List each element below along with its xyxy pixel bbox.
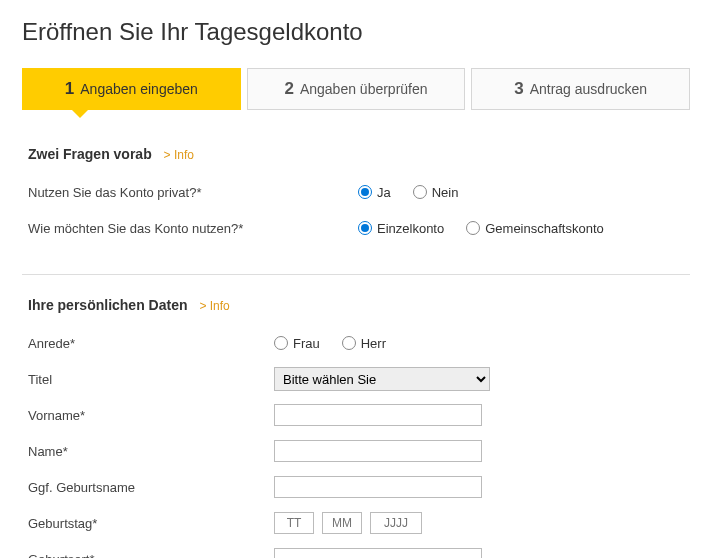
radio-private-ja-label: Ja [377,185,391,200]
vorname-input[interactable] [274,404,482,426]
geburtstag-tag-input[interactable] [274,512,314,534]
geburtstag-monat-input[interactable] [322,512,362,534]
radio-icon [413,185,427,199]
q-usage-label: Wie möchten Sie das Konto nutzen?* [28,221,358,236]
page-title: Eröffnen Sie Ihr Tagesgeldkonto [22,18,690,46]
radio-icon [342,336,356,350]
step-1-label: Angaben eingeben [80,81,198,97]
radio-icon [358,221,372,235]
radio-herr-label: Herr [361,336,386,351]
radio-private-ja[interactable]: Ja [358,185,391,200]
section-personal-title-text: Ihre persönlichen Daten [28,297,187,313]
step-3[interactable]: 3Antrag ausdrucken [471,68,690,110]
titel-label: Titel [28,372,274,387]
geburtsname-input[interactable] [274,476,482,498]
section-prelim: Zwei Fragen vorab Info Nutzen Sie das Ko… [22,146,690,274]
section-personal-title: Ihre persönlichen Daten Info [28,297,684,313]
info-link-prelim[interactable]: Info [164,148,194,162]
geburtstag-jahr-input[interactable] [370,512,422,534]
name-input[interactable] [274,440,482,462]
geburtsort-label: Geburtsort* [28,552,274,559]
step-2-label: Angaben überprüfen [300,81,428,97]
radio-einzelkonto[interactable]: Einzelkonto [358,221,444,236]
section-prelim-title-text: Zwei Fragen vorab [28,146,152,162]
radio-herr[interactable]: Herr [342,336,386,351]
geburtsort-input[interactable] [274,548,482,558]
radio-private-nein-label: Nein [432,185,459,200]
name-label: Name* [28,444,274,459]
radio-frau-label: Frau [293,336,320,351]
radio-gemeinschaftskonto-label: Gemeinschaftskonto [485,221,604,236]
section-prelim-title: Zwei Fragen vorab Info [28,146,684,162]
step-bar: 1Angaben eingeben 2Angaben überprüfen 3A… [22,68,690,110]
section-personal: Ihre persönlichen Daten Info Anrede* Fra… [22,274,690,558]
vorname-label: Vorname* [28,408,274,423]
titel-select[interactable]: Bitte wählen Sie [274,367,490,391]
step-2[interactable]: 2Angaben überprüfen [247,68,466,110]
radio-icon [274,336,288,350]
q-private-label: Nutzen Sie das Konto privat?* [28,185,358,200]
radio-einzelkonto-label: Einzelkonto [377,221,444,236]
anrede-label: Anrede* [28,336,274,351]
geburtstag-label: Geburtstag* [28,516,274,531]
step-3-num: 3 [514,79,523,98]
step-3-label: Antrag ausdrucken [530,81,648,97]
geburtsname-label: Ggf. Geburtsname [28,480,274,495]
step-1[interactable]: 1Angaben eingeben [22,68,241,110]
info-link-personal[interactable]: Info [199,299,229,313]
radio-frau[interactable]: Frau [274,336,320,351]
step-2-num: 2 [284,79,293,98]
radio-gemeinschaftskonto[interactable]: Gemeinschaftskonto [466,221,604,236]
step-1-num: 1 [65,79,74,98]
radio-icon [358,185,372,199]
radio-private-nein[interactable]: Nein [413,185,459,200]
radio-icon [466,221,480,235]
